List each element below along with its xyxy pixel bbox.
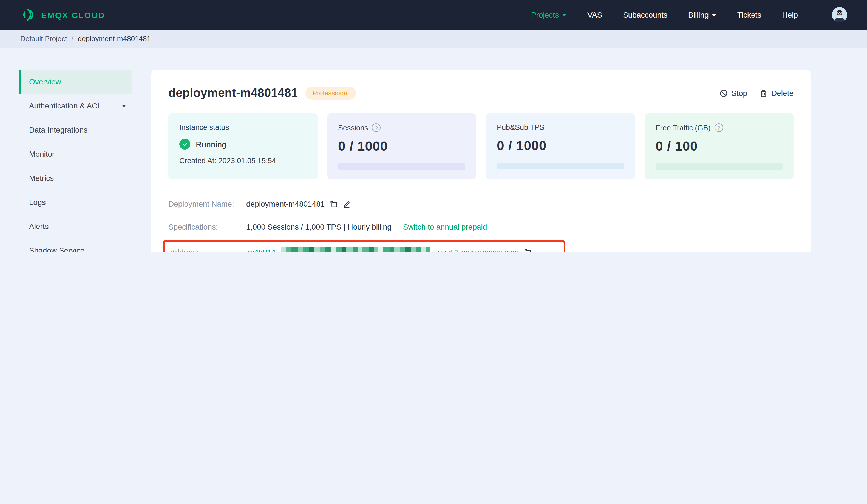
free-traffic-card: Free Traffic (GB) ? 0 / 100 xyxy=(645,113,793,179)
created-at: Created At: 2023.01.05 15:54 xyxy=(179,157,306,165)
brand-logo[interactable]: EMQX CLOUD xyxy=(20,7,105,22)
top-navbar: EMQX CLOUD Projects VAS Subaccounts Bill… xyxy=(0,0,867,30)
deployment-overview-card: deployment-m4801481 Professional Stop xyxy=(151,69,811,252)
free-traffic-help-icon[interactable]: ? xyxy=(715,123,723,132)
sessions-value: 0 / 1000 xyxy=(338,139,465,154)
sidebar-item-shadow-service[interactable]: Shadow Service xyxy=(19,238,132,252)
breadcrumb-separator: / xyxy=(72,34,74,43)
running-label: Running xyxy=(196,140,226,149)
trash-icon xyxy=(759,89,768,97)
address-label: Address: xyxy=(170,248,248,252)
instance-status-value: Running xyxy=(179,139,306,150)
breadcrumb: Default Project / deployment-m4801481 xyxy=(0,30,867,48)
instance-status-card: Instance status Running Created At: 2023… xyxy=(168,113,317,179)
avatar-illustration xyxy=(832,7,847,22)
sessions-progress-bar xyxy=(338,163,465,170)
sidebar: Overview Authentication & ACL Data Integ… xyxy=(0,69,151,252)
deployment-title-row: deployment-m4801481 Professional Stop xyxy=(168,86,793,100)
specifications-row: Specifications: 1,000 Sessions / 1,000 T… xyxy=(168,215,793,238)
edit-deployment-name-button[interactable] xyxy=(343,200,351,208)
sidebar-item-overview[interactable]: Overview xyxy=(19,69,132,94)
sidebar-item-data-integrations[interactable]: Data Integrations xyxy=(19,118,132,142)
copy-icon xyxy=(524,248,532,252)
free-traffic-title: Free Traffic (GB) ? xyxy=(656,123,783,132)
address-prefix: m48014 xyxy=(248,248,276,252)
specifications-value: 1,000 Sessions / 1,000 TPS | Hourly bill… xyxy=(246,222,392,231)
switch-to-annual-prepaid-link[interactable]: Switch to annual prepaid xyxy=(403,222,487,231)
pubsub-tps-title: Pub&Sub TPS xyxy=(497,123,624,131)
instance-status-title: Instance status xyxy=(179,123,306,131)
breadcrumb-current: deployment-m4801481 xyxy=(78,34,151,43)
user-avatar[interactable] xyxy=(832,7,847,22)
copy-address-button[interactable] xyxy=(524,248,532,252)
stop-icon xyxy=(719,89,727,97)
specifications-label: Specifications: xyxy=(168,222,246,231)
nav-item-vas[interactable]: VAS xyxy=(587,10,602,19)
address-ports-highlight: Address: m48014-east-1.amazonaws.com xyxy=(163,240,565,252)
sidebar-item-alerts[interactable]: Alerts xyxy=(19,214,132,238)
breadcrumb-project[interactable]: Default Project xyxy=(20,34,67,43)
pubsub-tps-value: 0 / 1000 xyxy=(497,138,624,153)
page: EMQX CLOUD Projects VAS Subaccounts Bill… xyxy=(0,0,867,252)
delete-button[interactable]: Delete xyxy=(759,89,793,98)
free-traffic-progress-bar xyxy=(656,163,783,170)
nav-item-projects[interactable]: Projects xyxy=(531,10,567,19)
copy-deployment-name-button[interactable] xyxy=(330,200,338,208)
sessions-title: Sessions ? xyxy=(338,123,465,132)
chevron-down-icon xyxy=(562,13,567,18)
check-circle-icon xyxy=(179,139,190,150)
pubsub-tps-card: Pub&Sub TPS 0 / 1000 xyxy=(486,113,635,179)
deployment-actions: Stop Delete xyxy=(719,89,793,98)
chevron-down-icon xyxy=(122,105,126,109)
nav-menu: Projects VAS Subaccounts Billing Tickets… xyxy=(531,7,847,22)
content: Overview Authentication & ACL Data Integ… xyxy=(0,48,867,252)
address-suffix: -east-1.amazonaws.com xyxy=(435,248,519,252)
nav-item-tickets[interactable]: Tickets xyxy=(737,10,761,19)
status-cards-row: Instance status Running Created At: 2023… xyxy=(168,113,793,179)
deployment-title: deployment-m4801481 xyxy=(168,86,298,100)
sessions-help-icon[interactable]: ? xyxy=(372,123,381,132)
sidebar-item-authentication-acl[interactable]: Authentication & ACL xyxy=(19,94,132,118)
deployment-name-value: deployment-m4801481 xyxy=(246,199,325,208)
chevron-down-icon xyxy=(712,13,716,18)
stop-button[interactable]: Stop xyxy=(719,89,747,98)
deployment-name-row: Deployment Name: deployment-m4801481 xyxy=(168,192,793,215)
deployment-info: Deployment Name: deployment-m4801481 xyxy=(168,192,793,252)
deployment-name-label: Deployment Name: xyxy=(168,199,246,208)
main-column: deployment-m4801481 Professional Stop xyxy=(151,69,811,252)
plan-badge: Professional xyxy=(306,87,356,100)
edit-pencil-icon xyxy=(343,200,351,208)
free-traffic-value: 0 / 100 xyxy=(656,139,783,154)
sessions-card: Sessions ? 0 / 1000 xyxy=(327,113,476,179)
pubsub-tps-progress-bar xyxy=(497,163,624,169)
brand-name: EMQX CLOUD xyxy=(41,10,105,20)
nav-item-help[interactable]: Help xyxy=(782,10,798,19)
sidebar-item-metrics[interactable]: Metrics xyxy=(19,166,132,190)
address-row: Address: m48014-east-1.amazonaws.com xyxy=(170,243,558,252)
nav-item-billing[interactable]: Billing xyxy=(688,10,716,19)
address-redaction xyxy=(280,247,430,252)
sidebar-item-monitor[interactable]: Monitor xyxy=(19,142,132,166)
sidebar-item-logs[interactable]: Logs xyxy=(19,190,132,214)
nav-item-subaccounts[interactable]: Subaccounts xyxy=(623,10,667,19)
emqx-logo-icon xyxy=(20,7,36,22)
copy-icon xyxy=(330,200,338,208)
